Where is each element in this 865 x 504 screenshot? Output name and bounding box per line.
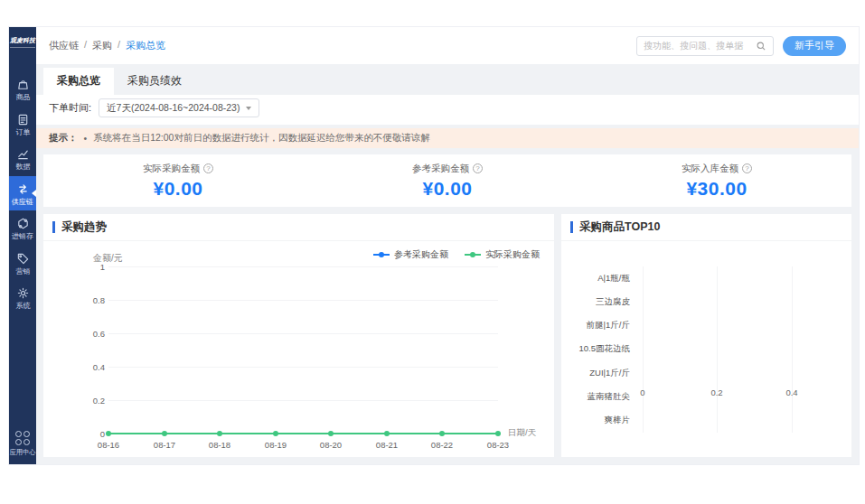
sidebar-item-marketing[interactable]: 营销 [9, 246, 36, 281]
tab-purchaser-performance[interactable]: 采购员绩效 [114, 68, 195, 95]
notice-prefix: 提示： [49, 132, 78, 145]
sidebar-item-inventory[interactable]: 进销存 [9, 210, 36, 246]
bar-plot-area [643, 266, 801, 433]
y-tick: 0.6 [74, 329, 105, 339]
category-label: 10.5圆花边纸 [579, 343, 631, 355]
sidebar-item-system[interactable]: 系统 [9, 280, 36, 315]
x-tick: 08-17 [146, 440, 183, 450]
sidebar-item-label: 系统 [15, 302, 30, 309]
filter-label: 下单时间: [49, 101, 91, 115]
metric-label-row: 实际入库金额 ? [682, 163, 752, 175]
breadcrumb-separator: / [118, 39, 120, 52]
data-point [439, 431, 445, 436]
category-label: 三边腐皮 [596, 296, 630, 308]
sidebar-item-label: 数据 [15, 163, 30, 170]
breadcrumb-current: 采购总览 [126, 39, 165, 52]
line-plot-area [108, 266, 498, 434]
x-tick: 08-16 [90, 440, 127, 450]
category-labels: A|1瓶/瓶 三边腐皮 前腿|1斤/斤 10.5圆花边纸 ZUI|1斤/斤 蓝南… [561, 266, 637, 433]
sidebar-item-orders[interactable]: 订单 [9, 107, 36, 142]
search-input[interactable] [644, 41, 756, 51]
sidebar-item-label: 供应链 [12, 198, 33, 205]
notice-bullet: • [84, 133, 88, 144]
sidebar-item-supply-chain[interactable]: 供应链 [9, 176, 36, 211]
filter-row: 下单时间: 近7天(2024-08-16~2024-08-23) [36, 95, 859, 125]
x-tick: 0 [629, 387, 656, 397]
data-icon [16, 147, 30, 161]
category-label: A|1瓶/瓶 [597, 273, 630, 285]
x-tick: 08-18 [202, 440, 238, 450]
brand-logo: 观麦科技 [10, 36, 35, 48]
x-tick: 08-22 [424, 440, 460, 450]
legend-item-reference[interactable]: 参考采购金额 [373, 248, 448, 261]
metric-reference-purchase: 参考采购金额 ? ¥0.00 [313, 154, 582, 207]
purchase-trend-card: 采购趋势 参考采购金额 实际采购金额 金额/元 1 0.8 0.6 0.4 [43, 214, 554, 457]
metric-actual-purchase: 实际采购金额 ? ¥0.00 [43, 154, 313, 207]
date-range-value: 近7天(2024-08-16~2024-08-23) [107, 102, 240, 115]
x-axis-label: 日期/天 [508, 427, 536, 439]
metric-value: ¥0.00 [153, 178, 202, 200]
topbar: 供应链 / 采购 / 采购总览 新手引导 [36, 27, 859, 65]
metric-value: ¥30.00 [686, 178, 747, 200]
y-tick: 0 [74, 429, 105, 439]
sidebar-item-label: 订单 [15, 128, 30, 135]
chart-title: 采购趋势 [52, 221, 107, 233]
help-icon[interactable]: ? [742, 163, 752, 173]
supply-chain-icon [16, 182, 30, 196]
sidebar-item-data[interactable]: 数据 [9, 141, 36, 176]
sidebar-item-label: 进销存 [12, 232, 33, 239]
active-item-notch [32, 190, 36, 197]
data-point [384, 431, 390, 436]
category-label: 爽棒片 [605, 415, 631, 426]
charts-row: 采购趋势 参考采购金额 实际采购金额 金额/元 1 0.8 0.6 0.4 [43, 214, 851, 457]
tab-bar: 采购总览 采购员绩效 [36, 68, 859, 95]
sidebar-item-label: 营销 [15, 267, 30, 275]
y-tick: 1 [74, 262, 105, 272]
chevron-down-icon [246, 107, 251, 110]
data-point [328, 431, 334, 436]
metric-label: 实际采购金额 [143, 163, 200, 175]
tab-purchase-overview[interactable]: 采购总览 [43, 68, 114, 95]
sidebar-item-goods[interactable]: 商品 [9, 71, 36, 107]
sidebar: 观麦科技 商品 订单 数据 供应链 进销存 [9, 27, 36, 464]
x-tick: 0.2 [703, 387, 730, 397]
main-area: 供应链 / 采购 / 采购总览 新手引导 采购总览 采购员绩效 下单时间: 近7… [36, 27, 859, 464]
sidebar-item-app-center[interactable]: 应用中心 [8, 431, 37, 457]
x-tick: 08-20 [313, 440, 349, 450]
help-icon[interactable]: ? [473, 163, 483, 173]
search-icon [756, 41, 766, 51]
search-box[interactable] [636, 36, 774, 56]
data-point [273, 431, 278, 436]
data-point [162, 431, 167, 436]
guide-button[interactable]: 新手引导 [783, 36, 846, 56]
app-grid-icon [15, 431, 30, 445]
bag-icon [16, 78, 30, 91]
top10-goods-card: 采购商品TOP10 A|1瓶/瓶 三边腐皮 前腿|1斤/斤 10.5圆花边纸 Z… [561, 214, 851, 457]
chart-title: 采购商品TOP10 [570, 221, 660, 233]
metric-cards: 实际采购金额 ? ¥0.00 参考采购金额 ? ¥0.00 实际入库金额 ? ¥… [43, 154, 851, 207]
card-header: 采购趋势 [43, 214, 554, 241]
legend-label: 参考采购金额 [394, 248, 448, 261]
sidebar-nav: 商品 订单 数据 供应链 进销存 营销 [9, 71, 36, 315]
legend-marker-green [465, 254, 481, 256]
card-header: 采购商品TOP10 [561, 214, 851, 241]
topbar-right: 新手引导 [636, 36, 846, 56]
data-point [217, 431, 222, 436]
x-tick: 08-21 [369, 440, 405, 450]
legend-marker-blue [373, 254, 390, 256]
breadcrumb-separator: / [84, 39, 87, 52]
breadcrumb-item[interactable]: 采购 [92, 39, 112, 52]
notice-text: 系统将在当日12:00对前日的数据进行统计，因数据延迟给您带来的不便敬请谅解 [93, 132, 430, 145]
y-tick: 0.2 [74, 396, 105, 406]
date-range-select[interactable]: 近7天(2024-08-16~2024-08-23) [99, 98, 259, 117]
legend-item-actual[interactable]: 实际采购金额 [465, 248, 540, 261]
breadcrumb-item[interactable]: 供应链 [49, 39, 79, 52]
x-tick: 0.4 [778, 387, 805, 397]
order-icon [16, 113, 30, 126]
inventory-icon [16, 217, 30, 230]
help-icon[interactable]: ? [203, 163, 213, 173]
breadcrumb: 供应链 / 采购 / 采购总览 [49, 39, 165, 52]
y-tick: 0.4 [74, 362, 105, 372]
sidebar-item-label: 商品 [15, 93, 30, 100]
category-label: 前腿|1斤/斤 [587, 320, 630, 331]
